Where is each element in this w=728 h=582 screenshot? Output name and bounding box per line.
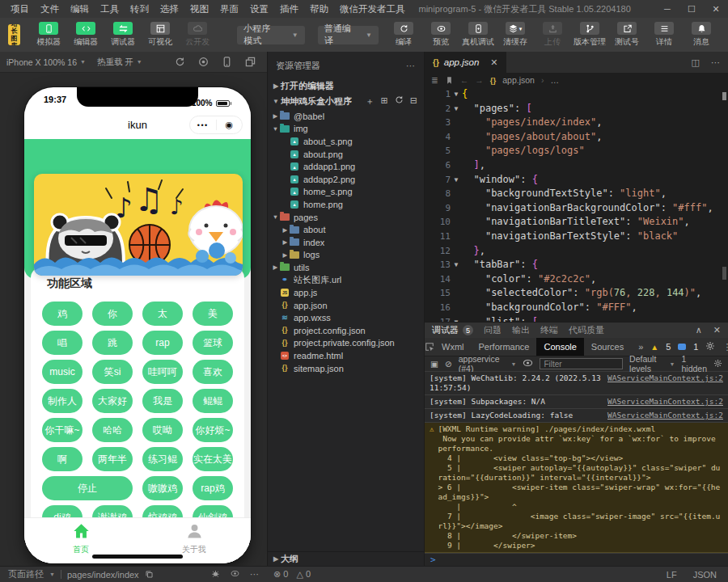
- sound-button[interactable]: 制作人: [42, 389, 83, 413]
- top-frame-icon[interactable]: ▣: [430, 359, 438, 369]
- bug-icon[interactable]: [211, 569, 220, 578]
- console-log-row[interactable]: [system] WeChatLib: 2.24.2 (2022.5.13 11…: [425, 372, 728, 395]
- chevron-down-icon[interactable]: ▼: [271, 213, 280, 221]
- chevron-right-icon[interactable]: ▶: [271, 112, 280, 120]
- clear-console-icon[interactable]: ⊘: [445, 359, 452, 369]
- sound-button[interactable]: 跳: [92, 331, 133, 355]
- avatar[interactable]: 站长图库: [8, 24, 20, 45]
- sound-button[interactable]: 你: [92, 302, 133, 326]
- record-icon[interactable]: [198, 57, 209, 67]
- devtools-tab-console[interactable]: Console: [536, 338, 583, 356]
- project-root[interactable]: ▼ 坤坤鸡乐盒小程序 ＋ ⊞ ⊟: [268, 94, 424, 109]
- menu-item[interactable]: 项目: [5, 3, 35, 15]
- tab-problems[interactable]: 问题: [484, 324, 502, 336]
- tree-file[interactable]: ▴home.png: [268, 198, 424, 211]
- eol-indicator[interactable]: LF: [667, 570, 677, 580]
- tree-file[interactable]: {}app.json: [268, 299, 424, 312]
- wechat-capsule[interactable]: ••• ◉: [189, 116, 243, 134]
- more-icon[interactable]: •••: [190, 121, 216, 129]
- fold-icon[interactable]: ▼: [451, 102, 462, 116]
- toolbar-button[interactable]: 模拟器: [32, 22, 66, 48]
- tree-folder[interactable]: ▼pages: [268, 211, 424, 224]
- sound-button[interactable]: 喜欢: [193, 360, 233, 384]
- chevron-down-icon[interactable]: ▼: [271, 125, 280, 133]
- fold-icon[interactable]: ▼: [451, 258, 462, 272]
- filter-input[interactable]: Filter: [540, 358, 623, 369]
- code-line[interactable]: 17▼ "list": [: [425, 315, 728, 323]
- tree-file[interactable]: {}project.private.config.json: [268, 337, 424, 350]
- sound-button[interactable]: 你干嘛~: [42, 418, 83, 442]
- menu-item[interactable]: 编辑: [65, 3, 95, 15]
- tree-folder[interactable]: ▶@babel: [268, 110, 424, 123]
- device-selector[interactable]: iPhone X 100% 16▼: [6, 57, 86, 67]
- code-line[interactable]: 2▼ "pages": [: [425, 102, 728, 116]
- code-line[interactable]: 4 "pages/about/about",: [425, 130, 728, 145]
- tree-folder[interactable]: ▼img: [268, 123, 424, 136]
- tree-file[interactable]: ▴about_s.png: [268, 135, 424, 148]
- sound-button[interactable]: 你好烦~: [193, 418, 233, 442]
- open-editors-section[interactable]: ▶ 打开的编辑器: [268, 78, 424, 94]
- collapse-panel-icon[interactable]: ∧: [696, 325, 702, 335]
- sound-button[interactable]: 大家好: [92, 389, 133, 413]
- chevron-right-icon[interactable]: ▶: [271, 264, 280, 271]
- code-line[interactable]: 3 "pages/index/index",: [425, 116, 728, 130]
- back-icon[interactable]: ←: [460, 75, 469, 85]
- code-line[interactable]: 10 "navigationBarTitleText": "Weixin",: [425, 215, 728, 230]
- tab-overflow-chevron[interactable]: »: [631, 338, 650, 356]
- sound-button[interactable]: 鸡: [42, 302, 83, 326]
- language-indicator[interactable]: JSON: [693, 570, 717, 580]
- close-circle-icon[interactable]: ◉: [217, 120, 243, 130]
- tree-file[interactable]: ▴about.png: [268, 148, 424, 161]
- tree-file[interactable]: <>readme.html: [268, 349, 424, 362]
- context-selector[interactable]: appservice (#4)▼: [459, 354, 517, 373]
- toolbar-button[interactable]: 编译: [387, 22, 421, 48]
- sound-button[interactable]: 停止: [42, 476, 133, 500]
- menu-item[interactable]: 选择: [154, 3, 184, 15]
- menu-item[interactable]: 微信开发者工具: [334, 3, 411, 15]
- refresh-icon[interactable]: [175, 57, 185, 67]
- tree-file[interactable]: ▴addapp1.png: [268, 160, 424, 173]
- toolbar-button[interactable]: 详情: [647, 22, 681, 48]
- inspect-element-icon[interactable]: [425, 338, 434, 356]
- tab-output[interactable]: 输出: [512, 324, 530, 336]
- tree-file[interactable]: ▴addapp2.png: [268, 173, 424, 186]
- code-line[interactable]: 16 "backgroundColor": "#FFF",: [425, 301, 728, 315]
- fold-icon[interactable]: ▼: [451, 87, 462, 102]
- code-line[interactable]: 8 "backgroundTextStyle": "light",: [425, 187, 728, 201]
- code-line[interactable]: 14 "color": "#2c2c2c",: [425, 272, 728, 287]
- new-file-icon[interactable]: ＋: [366, 95, 375, 108]
- sound-button[interactable]: 唱: [42, 331, 83, 355]
- eye-icon[interactable]: [231, 569, 239, 578]
- source-link[interactable]: WAServiceMainContext.js:2: [607, 373, 723, 383]
- multi-window-icon[interactable]: [245, 57, 256, 67]
- settings-gear-icon[interactable]: [705, 341, 715, 352]
- outline-section[interactable]: ▶ 大纲: [268, 551, 424, 566]
- sound-button[interactable]: 太: [142, 302, 183, 326]
- outline-list-icon[interactable]: ≣: [431, 75, 438, 85]
- more-actions-icon[interactable]: ⋯: [711, 57, 720, 68]
- new-folder-icon[interactable]: ⊞: [381, 95, 388, 108]
- copy-icon[interactable]: [145, 570, 154, 579]
- menu-item[interactable]: 界面: [214, 3, 244, 15]
- toolbar-button[interactable]: 预览: [424, 22, 458, 48]
- source-link[interactable]: WAServiceMainContext.js:2: [607, 411, 723, 420]
- tree-file[interactable]: {}project.config.json: [268, 324, 424, 337]
- tree-file[interactable]: JSapp.js: [268, 286, 424, 299]
- code-line[interactable]: 13▼ "tabBar": {: [425, 258, 728, 272]
- device-frame-icon[interactable]: [222, 57, 232, 67]
- console-log-row[interactable]: [system] Subpackages: N/AWAServiceMainCo…: [425, 395, 728, 409]
- chevron-right-icon[interactable]: ▶: [281, 238, 290, 246]
- sound-button[interactable]: music: [42, 360, 83, 384]
- eye-icon[interactable]: [523, 359, 533, 369]
- code-editor[interactable]: 1▼{2▼ "pages": [3 "pages/index/index",4 …: [425, 87, 728, 322]
- code-line[interactable]: 11 "navigationBarTextStyle": "black": [425, 230, 728, 244]
- chevron-right-icon[interactable]: ▶: [281, 251, 290, 259]
- sound-button[interactable]: 嗷嗷鸡: [142, 476, 183, 500]
- message-bubble-icon[interactable]: [678, 344, 686, 350]
- sound-button[interactable]: 鲲鲲: [193, 389, 233, 413]
- devtools-tab-performance[interactable]: Performance: [472, 338, 537, 356]
- sound-button[interactable]: 哇呵呵: [142, 360, 183, 384]
- toolbar-button[interactable]: 可视化: [143, 22, 177, 48]
- tree-folder[interactable]: ▶about: [268, 223, 424, 236]
- sound-button[interactable]: 哈哈: [92, 418, 133, 442]
